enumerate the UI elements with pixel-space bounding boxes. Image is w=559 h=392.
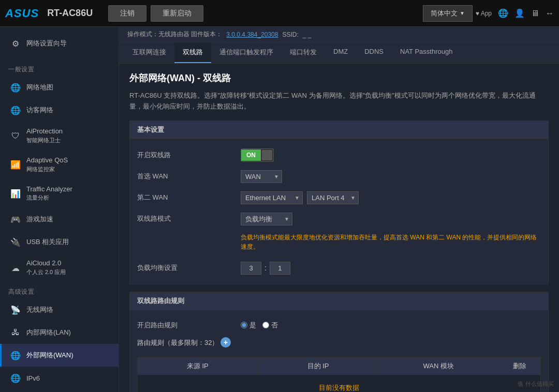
dual-mode-label: 双线路模式	[137, 214, 241, 223]
routing-table: 来源 IP 目的 IP WAN 模块 删除 目前没有数据	[137, 357, 541, 392]
header: ASUS RT-AC86U 注销 重新启动 简体中文 ▼ ♥ App 🌐 👤 🖥…	[0, 0, 559, 27]
sidebar-section-advanced: 高级设置	[0, 282, 119, 298]
lang-arrow-icon: ▼	[460, 10, 465, 16]
primary-wan-label: 首选 WAN	[137, 172, 241, 181]
basic-settings-header: 基本设置	[130, 121, 548, 139]
secondary-wan-type-select[interactable]: Ethernet LAN USB	[241, 191, 303, 204]
balance-settings-row: 负载均衡设置 :	[130, 258, 548, 279]
dual-mode-select[interactable]: 负载均衡 故障转移	[241, 213, 292, 225]
model-label: RT-AC86U	[47, 8, 93, 19]
lan-label: 内部网络(LAN)	[26, 328, 71, 337]
toggle-control[interactable]: ON	[241, 148, 274, 162]
secondary-wan-select1-wrap[interactable]: Ethernet LAN USB ▼	[241, 191, 303, 204]
game-boost-label: 游戏加速	[26, 215, 53, 224]
enable-routing-row: 开启路由规则 是 否	[130, 315, 548, 335]
tab-dmz[interactable]: DMZ	[325, 42, 356, 63]
primary-wan-select-wrap[interactable]: WAN LAN ▼	[241, 170, 282, 183]
sidebar-item-traffic-analyzer[interactable]: 📊 Traffic Analyzer流量分析	[0, 179, 119, 208]
sidebar-item-game-boost[interactable]: 🎮 游戏加速	[0, 208, 119, 231]
routing-radio-yes-label[interactable]: 是	[241, 321, 256, 330]
watermark-text: 什么值得买	[525, 380, 554, 388]
dual-mode-select-wrap[interactable]: 负载均衡 故障转移 ▼	[241, 213, 292, 225]
tab-port-trigger[interactable]: 通信端口触发程序	[211, 42, 282, 63]
register-button[interactable]: 注销	[108, 5, 146, 22]
col-delete: 删除	[499, 357, 540, 375]
main-layout: ⚙ 网络设置向导 一般设置 🌐 网络地图 🌐 访客网络 🛡 AiProtecti…	[0, 27, 559, 392]
wan-label: 外部网络(WAN)	[26, 351, 73, 360]
firmware-link[interactable]: 3.0.0.4.384_20308	[226, 31, 278, 38]
language-button[interactable]: 简体中文 ▼	[423, 5, 473, 22]
tab-ddns[interactable]: DDNS	[356, 42, 392, 63]
tab-dual-wan[interactable]: 双线路	[174, 42, 211, 63]
topbar-ssid-val: _ _	[303, 31, 312, 38]
tab-internet[interactable]: 互联网连接	[124, 42, 174, 63]
tab-port-forward[interactable]: 端口转发	[282, 42, 325, 63]
secondary-wan-row: 第二 WAN Ethernet LAN USB ▼	[130, 187, 548, 208]
secondary-wan-port-select[interactable]: LAN Port 4 LAN Port 3 LAN Port 2 LAN Por…	[307, 191, 359, 204]
sidebar-item-lan[interactable]: 🖧 内部网络(LAN)	[0, 321, 119, 344]
sidebar-item-usb[interactable]: 🔌 USB 相关应用	[0, 231, 119, 253]
balance-settings-label: 负载均衡设置	[137, 263, 241, 273]
page-title: 外部网络(WAN) - 双线路	[129, 72, 549, 84]
balance-inputs-control: :	[241, 262, 290, 275]
secondary-wan-select2-wrap[interactable]: LAN Port 4 LAN Port 3 LAN Port 2 LAN Por…	[307, 191, 359, 204]
main-content: 操作模式：无线路由器 固件版本： 3.0.0.4.384_20308 SSID:…	[119, 27, 559, 392]
primary-wan-row: 首选 WAN WAN LAN ▼	[130, 166, 548, 187]
sidebar-item-guest-network[interactable]: 🌐 访客网络	[0, 99, 119, 122]
sidebar-top: ⚙ 网络设置向导	[0, 27, 119, 60]
wireless-label: 无线网络	[26, 305, 53, 314]
link-icon[interactable]: ↔	[546, 9, 554, 18]
balance-input-1[interactable]	[241, 262, 261, 275]
aicloud-icon: ☁	[10, 262, 21, 274]
toggle-on-label: ON	[241, 149, 261, 161]
globe-icon[interactable]: 🌐	[498, 8, 508, 18]
toggle-slider[interactable]	[262, 150, 272, 160]
basic-settings-section: 基本设置 开启双线路 ON 首选 WAN	[129, 120, 549, 284]
dual-mode-control: 负载均衡 故障转移 ▼	[241, 213, 292, 225]
balance-mode-notice: 负载均衡模式能最大限度地优化资源和增加吞吐量，提高首选 WAN 和第二 WAN …	[241, 231, 541, 253]
enable-routing-label: 开启路由规则	[137, 321, 241, 330]
sidebar-item-aiprotection[interactable]: 🛡 AiProtection智能网络卫士	[0, 122, 119, 150]
routing-radio-yes[interactable]	[241, 322, 247, 328]
col-source-ip: 来源 IP	[138, 357, 258, 375]
lan-icon: 🖧	[10, 327, 21, 338]
add-rule-button[interactable]: +	[220, 337, 231, 348]
network-map-icon: 🌐	[10, 82, 21, 93]
sidebar-item-aicloud[interactable]: ☁ AiCloud 2.0个人云 2.0 应用	[0, 253, 119, 282]
network-map-label: 网络地图	[26, 83, 53, 92]
enable-dual-label: 开启双线路	[137, 150, 241, 160]
routing-radio-no-label[interactable]: 否	[262, 321, 278, 330]
user-icon[interactable]: 👤	[514, 8, 525, 18]
col-dest-ip: 目的 IP	[258, 357, 379, 375]
sidebar-item-wan[interactable]: 🌐 外部网络(WAN)	[0, 344, 119, 367]
wan-icon: 🌐	[10, 350, 21, 361]
header-icon-group: ♥ App 🌐 👤 🖥 ↔	[476, 8, 554, 18]
restart-button[interactable]: 重新启动	[151, 5, 203, 22]
routing-radio-no[interactable]	[262, 322, 269, 328]
primary-wan-select[interactable]: WAN LAN	[241, 170, 282, 183]
app-icon[interactable]: ♥ App	[476, 10, 492, 17]
screen-icon[interactable]: 🖥	[531, 9, 539, 18]
sidebar-item-network-map[interactable]: 🌐 网络地图	[0, 76, 119, 99]
page-content: 外部网络(WAN) - 双线路 RT-AC86U 支持双线路。选择"故障转移"模…	[119, 64, 559, 392]
add-circle-icon: +	[220, 337, 231, 348]
dual-mode-row: 双线路模式 负载均衡 故障转移 ▼	[130, 208, 548, 230]
watermark-icon: 值	[518, 380, 523, 388]
add-rule-prefix: 路由规则（最多限制：32）	[137, 339, 218, 346]
sidebar-item-setup-wizard[interactable]: ⚙ 网络设置向导	[0, 32, 119, 55]
sidebar-item-adaptive-qos[interactable]: 📶 Adaptive QoS网络监控家	[0, 150, 119, 179]
aiprotection-icon: 🛡	[10, 130, 21, 142]
watermark: 值 什么值得买	[518, 380, 554, 388]
setup-wizard-icon: ⚙	[10, 38, 21, 49]
ipv6-icon: 🌐	[10, 372, 21, 384]
balance-inputs: :	[241, 262, 290, 275]
routing-no-text: 否	[271, 321, 278, 330]
balance-input-2[interactable]	[270, 262, 290, 275]
sidebar-item-wireless[interactable]: 📡 无线网络	[0, 298, 119, 321]
routing-rules-header: 双线路路由规则	[130, 292, 548, 310]
dual-wan-toggle[interactable]: ON	[241, 148, 274, 162]
tab-nat-passthrough[interactable]: NAT Passthrough	[392, 42, 461, 63]
sidebar-item-ipv6[interactable]: 🌐 IPv6	[0, 367, 119, 389]
topbar-ssid-prefix: SSID:	[282, 31, 298, 38]
basic-settings-body: 开启双线路 ON 首选 WAN	[130, 139, 548, 284]
